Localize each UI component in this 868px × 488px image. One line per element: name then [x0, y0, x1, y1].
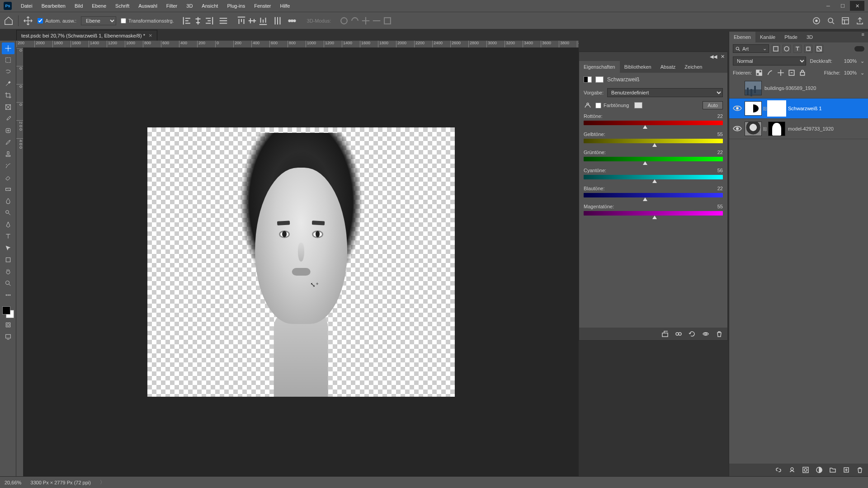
layer-style-icon[interactable]	[788, 466, 796, 474]
slider-track[interactable]	[584, 121, 723, 125]
pen-tool[interactable]	[2, 219, 14, 230]
menu-schrift[interactable]: Schrift	[111, 0, 134, 12]
clip-to-layer-icon[interactable]	[661, 330, 669, 338]
visibility-toggle[interactable]	[733, 85, 742, 91]
menu-auswahl[interactable]: Auswahl	[134, 0, 162, 12]
eyedropper-tool[interactable]	[2, 113, 14, 125]
menu-ansicht[interactable]: Ansicht	[197, 0, 222, 12]
ruler-horizontal[interactable]: 2002000180016001400120010008006004002000…	[16, 41, 579, 48]
transform-controls-checkbox[interactable]: Transformationsstrg.	[121, 18, 174, 23]
workspace-icon[interactable]	[841, 16, 850, 25]
tint-swatch[interactable]	[634, 102, 642, 108]
reset-icon[interactable]	[689, 330, 696, 338]
status-more-icon[interactable]: 〉	[100, 479, 105, 486]
lock-position-icon[interactable]	[777, 69, 784, 76]
type-tool[interactable]	[2, 230, 14, 242]
auto-select-input[interactable]	[38, 18, 43, 23]
align-right-icon[interactable]	[204, 16, 214, 26]
slider-value[interactable]: 22	[717, 113, 723, 119]
layer-filter-type[interactable]: Art ⌄	[733, 44, 769, 53]
filter-type-icon[interactable]	[793, 45, 802, 53]
align-hcenter-icon[interactable]	[193, 16, 203, 26]
slider-thumb[interactable]	[643, 161, 647, 165]
auto-button[interactable]: Auto	[703, 101, 723, 109]
layer-name[interactable]: model-429733_1920	[788, 126, 864, 131]
maximize-button[interactable]: ☐	[835, 1, 850, 11]
menu-fenster[interactable]: Fenster	[250, 0, 275, 12]
slider-value[interactable]: 56	[717, 168, 723, 173]
brush-tool[interactable]	[2, 136, 14, 148]
slider-value[interactable]: 22	[717, 150, 723, 155]
visibility-icon[interactable]	[702, 330, 709, 338]
collapse-panel-icon[interactable]: ◀◀	[710, 54, 717, 60]
menu-ebene[interactable]: Ebene	[87, 0, 111, 12]
search-icon[interactable]	[826, 16, 835, 25]
layer-row[interactable]: ⛓ Schwarzweiß 1	[729, 99, 868, 119]
fill-value[interactable]: 100%	[844, 70, 857, 75]
heal-tool[interactable]	[2, 125, 14, 136]
lock-pixels-icon[interactable]	[766, 69, 774, 76]
view-previous-icon[interactable]	[675, 330, 682, 338]
preset-select[interactable]: Benutzerdefiniert	[607, 88, 723, 97]
edit-toolbar-icon[interactable]	[2, 289, 14, 301]
menu-plugins[interactable]: Plug-ins	[222, 0, 250, 12]
mask-thumbnail[interactable]	[768, 122, 785, 136]
menu-3d[interactable]: 3D	[182, 0, 197, 12]
slider-thumb[interactable]	[652, 216, 657, 219]
wand-tool[interactable]	[2, 78, 14, 89]
more-options-icon[interactable]	[287, 16, 297, 26]
align-left-icon[interactable]	[182, 16, 192, 26]
filter-pixel-icon[interactable]	[772, 45, 780, 53]
tint-checkbox[interactable]: Farbtönung	[595, 103, 629, 108]
lock-all-icon[interactable]	[799, 69, 806, 76]
auto-select-target[interactable]: Ebene	[81, 16, 116, 25]
lock-artboard-icon[interactable]	[788, 69, 795, 76]
transform-controls-input[interactable]	[121, 18, 126, 23]
slider-thumb[interactable]	[643, 125, 647, 129]
slider-thumb[interactable]	[643, 197, 647, 201]
tab-bibliotheken[interactable]: Bibliotheken	[620, 61, 656, 73]
new-group-icon[interactable]	[829, 466, 836, 474]
home-icon[interactable]	[4, 16, 14, 26]
close-button[interactable]: ✕	[850, 1, 864, 11]
layer-row[interactable]: ⛓ model-429733_1920	[729, 119, 868, 139]
blur-tool[interactable]	[2, 195, 14, 207]
canvas-area[interactable]: ⤡⁺	[24, 48, 579, 476]
layer-thumbnail[interactable]	[745, 122, 762, 136]
fill-dropdown-icon[interactable]: ⌄	[860, 70, 864, 76]
layer-name[interactable]: Schwarzweiß 1	[788, 106, 864, 111]
eraser-tool[interactable]	[2, 172, 14, 183]
document-tab[interactable]: test.psdc bei 20,7% (Schwarzweiß 1, Eben…	[16, 30, 157, 41]
tab-pfade[interactable]: Pfade	[780, 32, 802, 42]
blend-mode-select[interactable]: Normal	[733, 56, 806, 66]
crop-tool[interactable]	[2, 89, 14, 101]
quickmask-icon[interactable]	[2, 319, 14, 331]
distribute-v-icon[interactable]	[273, 16, 283, 26]
minimize-button[interactable]: ─	[821, 1, 835, 11]
align-vcenter-icon[interactable]	[247, 16, 257, 26]
foreground-color[interactable]	[2, 306, 10, 314]
filter-smart-icon[interactable]	[815, 45, 823, 53]
layer-name[interactable]: buildings-936589_1920	[764, 85, 864, 91]
menu-hilfe[interactable]: Hilfe	[275, 0, 294, 12]
slider-track[interactable]	[584, 193, 723, 197]
tab-zeichen[interactable]: Zeichen	[680, 61, 707, 73]
filter-toggle[interactable]	[854, 46, 864, 52]
new-layer-icon[interactable]	[843, 466, 850, 474]
close-panel-icon[interactable]: ✕	[721, 54, 725, 60]
filter-shape-icon[interactable]	[804, 45, 812, 53]
opacity-value[interactable]: 100%	[836, 58, 857, 64]
tab-ebenen[interactable]: Ebenen	[729, 32, 755, 42]
opacity-dropdown-icon[interactable]: ⌄	[860, 58, 864, 64]
tint-input[interactable]	[595, 103, 601, 108]
layer-row[interactable]: buildings-936589_1920	[729, 78, 868, 99]
marquee-tool[interactable]	[2, 54, 14, 66]
slider-thumb[interactable]	[652, 143, 657, 147]
move-tool-icon[interactable]	[23, 16, 33, 26]
panel-menu-icon[interactable]: ≡	[858, 32, 868, 42]
slider-track[interactable]	[584, 139, 723, 143]
menu-bearbeiten[interactable]: Bearbeiten	[37, 0, 70, 12]
slider-value[interactable]: 22	[717, 186, 723, 191]
tab-kanaele[interactable]: Kanäle	[755, 32, 780, 42]
delete-adjustment-icon[interactable]	[716, 330, 723, 338]
